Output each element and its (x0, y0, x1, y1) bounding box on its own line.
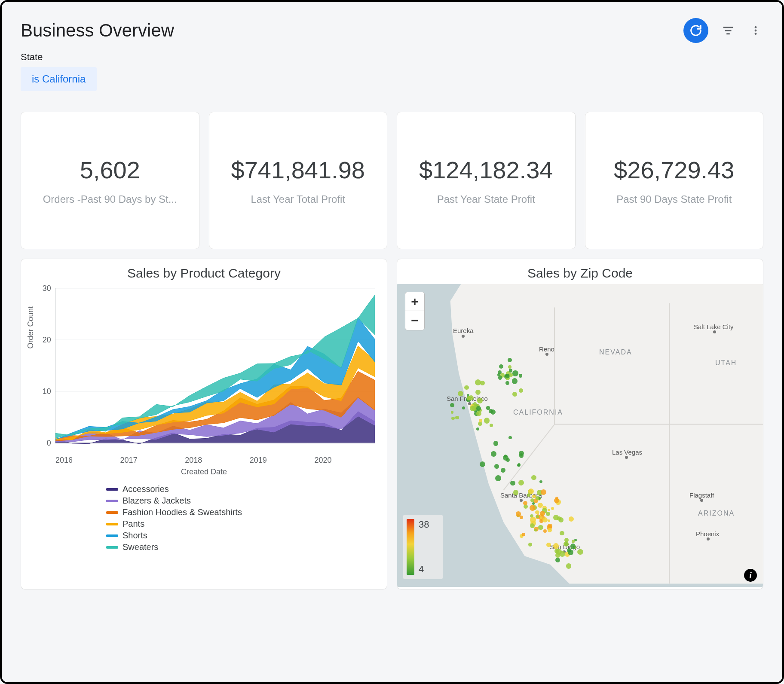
kpi-value: $741,841.98 (231, 156, 365, 184)
zip-dot (505, 381, 509, 385)
svg-point-4 (755, 30, 757, 32)
filter-field-label: State (21, 52, 763, 63)
zip-dot (532, 495, 536, 498)
map-zoom-control: + − (405, 292, 425, 330)
legend-label: Pants (122, 519, 144, 529)
legend-item[interactable]: Accessories (106, 484, 379, 494)
city-dot (520, 499, 523, 502)
zip-dot (523, 501, 527, 505)
zip-dot (478, 422, 482, 426)
legend-swatch (106, 534, 118, 537)
legend-label: Fashion Hoodies & Sweatshirts (122, 507, 242, 517)
zip-dot (477, 398, 483, 403)
legend-item[interactable]: Fashion Hoodies & Sweatshirts (106, 507, 379, 517)
legend-item[interactable]: Sweaters (106, 542, 379, 552)
legend-label: Accessories (122, 484, 169, 494)
refresh-icon (689, 24, 702, 37)
kpi-card-past-year-state-profit[interactable]: $124,182.34 Past Year State Profit (397, 112, 576, 249)
legend-high: 38 (419, 519, 429, 530)
map-legend-labels: 38 4 (419, 519, 429, 575)
filter-section: State is California (21, 52, 763, 91)
zip-dot (450, 403, 454, 407)
x-tick: 2020 (314, 456, 379, 465)
svg-rect-0 (723, 27, 733, 28)
filter-button[interactable] (720, 23, 736, 38)
zip-dot (570, 544, 576, 549)
zip-dot (489, 409, 493, 413)
x-tick: 2019 (250, 456, 315, 465)
zoom-in-button[interactable]: + (405, 292, 424, 311)
zip-dot (455, 416, 459, 419)
y-axis-label: Order Count (26, 306, 35, 348)
legend-item[interactable]: Pants (106, 519, 379, 529)
map-info-button[interactable]: i (744, 569, 757, 582)
panel-sales-by-category: Sales by Product Category Order Count 01… (21, 259, 387, 589)
zip-dot (451, 417, 454, 420)
zip-dot (555, 553, 560, 558)
map-city-label: Salt Lake City (694, 323, 734, 330)
legend-item[interactable]: Shorts (106, 531, 379, 540)
zip-dot (491, 451, 496, 456)
kpi-card-orders[interactable]: 5,602 Orders -Past 90 Days by St... (21, 112, 199, 249)
zip-dot (509, 369, 513, 373)
zip-dot (530, 523, 535, 528)
zip-dot (508, 365, 511, 369)
area-chart[interactable]: Order Count 0102030 (29, 284, 379, 456)
map-city-label: Reno (539, 345, 554, 353)
zip-dot (510, 481, 515, 486)
zip-dot (560, 531, 564, 536)
more-vertical-icon (750, 25, 761, 36)
kpi-label: Orders -Past 90 Days by St... (43, 193, 177, 205)
legend-swatch (106, 500, 118, 502)
zip-dot (462, 406, 465, 409)
panel-title: Sales by Zip Code (397, 266, 763, 281)
gradient-bar (407, 519, 414, 575)
zip-dot (577, 549, 583, 555)
zip-dot (476, 411, 481, 416)
filter-chip-state[interactable]: is California (21, 67, 97, 91)
zoom-out-button[interactable]: − (405, 311, 424, 330)
legend-label: Blazers & Jackets (122, 496, 191, 506)
kpi-card-last-year-profit[interactable]: $741,841.98 Last Year Total Profit (209, 112, 388, 249)
zip-dot (495, 475, 501, 481)
kpi-label: Last Year Total Profit (251, 193, 345, 205)
legend-swatch (106, 523, 118, 525)
zip-dot (490, 424, 493, 427)
header-actions (683, 18, 763, 43)
zip-dot (476, 406, 481, 411)
map-area[interactable]: NEVADA CALIFORNIA UTAH ARIZONA Eureka Re… (397, 284, 763, 587)
kpi-label: Past Year State Profit (437, 193, 535, 205)
zip-dot (548, 528, 552, 532)
city-dot (707, 537, 710, 540)
zip-dot (480, 381, 485, 385)
legend-item[interactable]: Blazers & Jackets (106, 496, 379, 506)
legend-label: Shorts (122, 531, 147, 540)
zip-dot (498, 370, 502, 374)
svg-text:30: 30 (43, 284, 51, 293)
map-state-label: NEVADA (599, 348, 632, 356)
legend-swatch (106, 546, 118, 549)
kpi-value: $124,182.34 (419, 156, 553, 184)
x-tick: 2016 (55, 456, 120, 465)
zip-dot (520, 516, 523, 519)
zip-dot (572, 540, 575, 543)
more-menu-button[interactable] (748, 23, 763, 38)
kpi-card-past-90-days-state-profit[interactable]: $26,729.43 Past 90 Days State Profit (585, 112, 764, 249)
svg-text:10: 10 (43, 387, 51, 396)
panel-title: Sales by Product Category (29, 266, 379, 281)
map-city-label: Eureka (453, 327, 474, 334)
zip-dot (475, 390, 481, 395)
zip-dot (540, 511, 545, 516)
zip-dot (522, 533, 525, 536)
map-color-legend: 38 4 (403, 515, 443, 579)
area-chart-svg: 0102030 (29, 284, 379, 456)
chart-legend: AccessoriesBlazers & JacketsFashion Hood… (106, 484, 379, 552)
x-tick: 2018 (185, 456, 250, 465)
zip-dot (566, 563, 572, 569)
zip-dot (516, 511, 521, 517)
refresh-button[interactable] (683, 18, 708, 43)
legend-swatch (106, 488, 118, 491)
zip-dot (534, 529, 537, 531)
zip-dot (499, 364, 503, 369)
svg-text:20: 20 (43, 336, 51, 344)
